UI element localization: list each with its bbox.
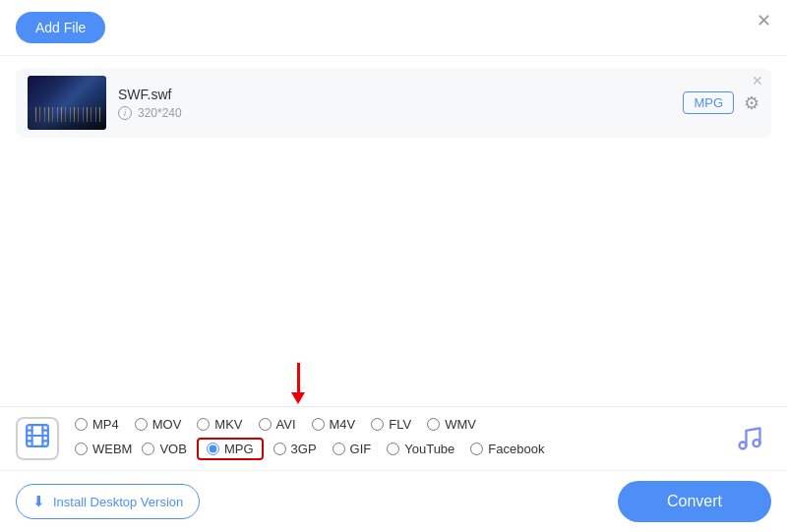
format-option-mp4[interactable]: MP4 <box>75 417 119 432</box>
radio-flv[interactable] <box>371 418 384 431</box>
add-file-button[interactable]: Add File <box>16 12 105 43</box>
file-thumbnail <box>28 76 106 130</box>
format-option-3gp[interactable]: 3GP <box>273 442 317 456</box>
close-window-button[interactable]: ✕ <box>757 12 771 30</box>
install-desktop-button[interactable]: ⬇ Install Desktop Version <box>16 484 200 519</box>
music-icon <box>736 425 763 452</box>
radio-youtube[interactable] <box>387 443 399 455</box>
radio-m4v[interactable] <box>312 418 325 431</box>
format-option-vob[interactable]: VOB <box>142 442 186 456</box>
radio-mov[interactable] <box>135 418 148 431</box>
radio-gif[interactable] <box>333 443 345 455</box>
file-meta: i 320*240 <box>118 106 683 120</box>
video-type-icon[interactable] <box>16 417 59 460</box>
install-label: Install Desktop Version <box>53 495 183 509</box>
format-option-mpg[interactable]: MPG <box>197 438 264 460</box>
format-option-m4v[interactable]: M4V <box>312 417 356 432</box>
arrow-indicator <box>291 363 305 404</box>
format-option-mov[interactable]: MOV <box>135 417 182 432</box>
arrow-head <box>291 392 305 404</box>
radio-mp4[interactable] <box>75 418 88 431</box>
top-bar: Add File ✕ <box>0 0 787 56</box>
film-icon <box>25 423 50 454</box>
file-item: SWF.swf i 320*240 MPG ⚙ ✕ <box>16 68 771 138</box>
format-option-avi[interactable]: AVI <box>259 417 296 432</box>
file-resolution: 320*240 <box>138 106 182 120</box>
file-info: SWF.swf i 320*240 <box>106 87 683 120</box>
music-icon-wrap[interactable] <box>728 417 771 460</box>
format-option-webm[interactable]: WEBM <box>75 442 132 456</box>
radio-webm[interactable] <box>75 443 88 455</box>
file-list-area: SWF.swf i 320*240 MPG ⚙ ✕ <box>0 56 787 391</box>
settings-icon[interactable]: ⚙ <box>744 92 759 114</box>
download-icon: ⬇ <box>32 493 45 510</box>
radio-avi[interactable] <box>259 418 272 431</box>
radio-mkv[interactable] <box>197 418 210 431</box>
format-grid: MP4 MOV MKV AVI M4V FLV WM <box>75 417 720 460</box>
file-name: SWF.swf <box>118 87 683 102</box>
convert-button[interactable]: Convert <box>618 481 771 522</box>
file-actions: MPG ⚙ <box>683 91 759 114</box>
format-badge[interactable]: MPG <box>683 91 734 114</box>
format-option-wmv[interactable]: WMV <box>427 417 476 432</box>
info-icon: i <box>118 106 132 120</box>
radio-facebook[interactable] <box>470 443 483 455</box>
bottom-panel: MP4 MOV MKV AVI M4V FLV WM <box>0 406 787 532</box>
arrow-line <box>297 363 300 392</box>
format-option-flv[interactable]: FLV <box>371 417 411 432</box>
format-selector: MP4 MOV MKV AVI M4V FLV WM <box>0 407 787 471</box>
action-bar: ⬇ Install Desktop Version Convert <box>0 471 787 532</box>
format-option-youtube[interactable]: YouTube <box>387 442 454 456</box>
format-row-2: WEBM VOB MPG 3GP GIF YouTube <box>75 438 720 460</box>
item-close-button[interactable]: ✕ <box>752 74 763 88</box>
svg-point-9 <box>754 440 760 446</box>
format-option-facebook[interactable]: Facebook <box>470 442 544 456</box>
radio-wmv[interactable] <box>427 418 440 431</box>
radio-mpg[interactable] <box>207 443 219 455</box>
thumbnail-image <box>28 76 106 130</box>
radio-vob[interactable] <box>142 443 154 455</box>
format-option-gif[interactable]: GIF <box>333 442 372 456</box>
svg-point-8 <box>740 443 747 449</box>
format-option-mkv[interactable]: MKV <box>197 417 242 432</box>
format-row-1: MP4 MOV MKV AVI M4V FLV WM <box>75 417 720 432</box>
radio-3gp[interactable] <box>273 443 286 455</box>
